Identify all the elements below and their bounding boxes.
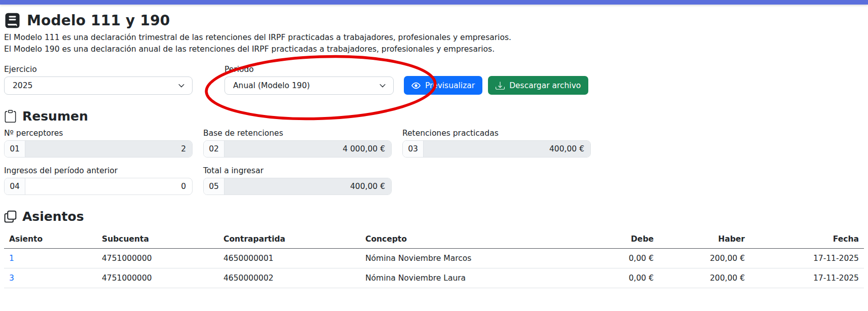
description-line-1: El Modelo 111 es una declaración trimest… [4, 32, 864, 44]
field-code-badge: 04 [5, 178, 25, 195]
retenciones-practicadas-input: 400,00 € [424, 141, 590, 157]
resumen-heading-row: Resumen [4, 109, 864, 124]
haber-cell: 200,00 € [659, 249, 750, 268]
field-code-badge: 03 [403, 141, 424, 157]
col-concepto: Concepto [360, 230, 573, 249]
journals-icon [4, 210, 17, 223]
concepto-cell: Nómina Noviembre Marcos [360, 249, 573, 268]
description-line-2: El Modelo 190 es una declaración anual d… [4, 44, 864, 55]
periodo-select[interactable]: Anual (Modelo 190) [224, 76, 394, 95]
asientos-table: Asiento Subcuenta Contrapartida Concepto… [4, 230, 864, 288]
page-header: Modelo 111 y 190 El Modelo 111 es una de… [4, 12, 864, 55]
field-label: Ingresos del período anterior [4, 166, 193, 175]
asientos-heading: Asientos [22, 209, 84, 224]
col-asiento: Asiento [4, 230, 97, 249]
clipboard-icon [4, 110, 17, 123]
resumen-heading: Resumen [22, 109, 88, 124]
descargar-archivo-label: Descargar archivo [509, 81, 581, 90]
n-perceptores-input: 2 [25, 141, 192, 157]
col-contrapartida: Contrapartida [218, 230, 360, 249]
col-debe: Debe [573, 230, 659, 249]
field-base-retenciones: Base de retenciones 02 4 000,00 € [203, 129, 392, 158]
ejercicio-selected-value: 2025 [13, 81, 32, 90]
field-ingresos-periodo-anterior: Ingresos del período anterior 04 0 [4, 166, 193, 195]
field-n-perceptores: Nº perceptores 01 2 [4, 129, 193, 158]
haber-cell: 200,00 € [659, 268, 750, 288]
col-fecha: Fecha [750, 230, 864, 249]
field-total-a-ingresar: Total a ingresar 05 400,00 € [203, 166, 392, 195]
filter-row: Ejercicio 2025 Periodo Anual (Modelo 190… [4, 65, 864, 95]
ejercicio-label: Ejercicio [4, 65, 193, 74]
subcuenta-cell: 4751000000 [97, 268, 218, 288]
contrapartida-cell: 4650000002 [218, 268, 360, 288]
col-haber: Haber [659, 230, 750, 249]
previsualizar-button[interactable]: Previsualizar [404, 76, 482, 95]
field-label: Nº perceptores [4, 129, 193, 138]
chevron-down-icon [178, 82, 185, 89]
field-label: Base de retenciones [203, 129, 392, 138]
total-a-ingresar-input: 400,00 € [224, 178, 391, 195]
field-code-badge: 02 [204, 141, 224, 157]
book-icon [4, 12, 21, 29]
page-title: Modelo 111 y 190 [27, 12, 170, 29]
periodo-label: Periodo [224, 65, 394, 74]
table-row: 1 4751000000 4650000001 Nómina Noviembre… [4, 249, 864, 268]
base-retenciones-input: 4 000,00 € [224, 141, 391, 157]
previsualizar-label: Previsualizar [425, 81, 475, 90]
descargar-archivo-button[interactable]: Descargar archivo [488, 76, 588, 95]
resumen-row-1: Nº perceptores 01 2 Base de retenciones … [4, 129, 864, 158]
periodo-selected-value: Anual (Modelo 190) [233, 81, 310, 90]
asiento-link[interactable]: 3 [9, 274, 14, 283]
fecha-cell: 17-11-2025 [750, 249, 864, 268]
download-icon [496, 81, 505, 90]
resumen-row-2: Ingresos del período anterior 04 0 Total… [4, 166, 864, 195]
top-accent-bar [0, 0, 868, 5]
col-subcuenta: Subcuenta [97, 230, 218, 249]
field-label: Retenciones practicadas [402, 129, 591, 138]
debe-cell: 0,00 € [573, 268, 659, 288]
table-row: 3 4751000000 4650000002 Nómina Noviembre… [4, 268, 864, 288]
ingresos-periodo-anterior-input[interactable]: 0 [25, 178, 192, 195]
concepto-cell: Nómina Noviembre Laura [360, 268, 573, 288]
contrapartida-cell: 4650000001 [218, 249, 360, 268]
subcuenta-cell: 4751000000 [97, 249, 218, 268]
field-code-badge: 01 [5, 141, 25, 157]
fecha-cell: 17-11-2025 [750, 268, 864, 288]
asientos-heading-row: Asientos [4, 209, 864, 224]
chevron-down-icon [379, 82, 386, 89]
eye-icon [411, 81, 421, 90]
debe-cell: 0,00 € [573, 249, 659, 268]
modelo-111-190-page: Modelo 111 y 190 El Modelo 111 es una de… [0, 12, 868, 288]
ejercicio-select[interactable]: 2025 [4, 76, 193, 95]
asientos-header-row: Asiento Subcuenta Contrapartida Concepto… [4, 230, 864, 249]
field-retenciones-practicadas: Retenciones practicadas 03 400,00 € [402, 129, 591, 158]
field-label: Total a ingresar [203, 166, 392, 175]
asiento-link[interactable]: 1 [9, 254, 14, 263]
field-code-badge: 05 [204, 178, 224, 195]
